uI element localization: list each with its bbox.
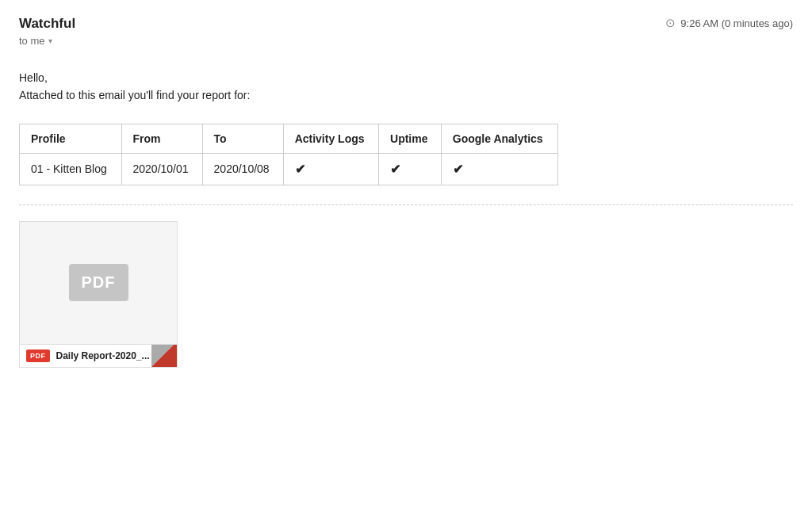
timestamp: 9:26 AM (0 minutes ago): [680, 17, 793, 29]
attachment-preview: PDF: [19, 221, 178, 344]
email-header: Watchful ⊙ 9:26 AM (0 minutes ago): [19, 16, 793, 32]
col-uptime: Uptime: [379, 124, 442, 153]
col-activity-logs: Activity Logs: [283, 124, 378, 153]
greeting: Hello,: [19, 69, 793, 86]
cell-profile: 01 - Kitten Blog: [20, 153, 122, 185]
col-profile: Profile: [20, 124, 122, 153]
attachment-name: Daily Report-2020_...: [56, 350, 150, 361]
section-divider: [19, 204, 793, 205]
col-from: From: [121, 124, 202, 153]
paperclip-icon: ⊙: [665, 16, 676, 30]
cell-uptime: ✔: [379, 153, 442, 185]
report-table: Profile From To Activity Logs Uptime Goo…: [19, 124, 558, 185]
table-header-row: Profile From To Activity Logs Uptime Goo…: [20, 124, 558, 153]
dropdown-icon[interactable]: ▾: [48, 36, 52, 45]
sender-name: Watchful: [19, 16, 75, 32]
cell-activity-logs: ✔: [283, 153, 378, 185]
email-body: Hello, Attached to this email you'll fin…: [19, 69, 793, 105]
to-line: to me ▾: [19, 35, 793, 47]
pdf-badge: PDF: [26, 349, 50, 362]
table-row: 01 - Kitten Blog 2020/10/01 2020/10/08 ✔…: [20, 153, 558, 185]
col-to: To: [202, 124, 283, 153]
cell-from: 2020/10/01: [121, 153, 202, 185]
intro-text: Attached to this email you'll find your …: [19, 86, 793, 104]
cell-to: 2020/10/08: [202, 153, 283, 185]
cell-google-analytics: ✔: [441, 153, 557, 185]
pdf-large-icon: PDF: [69, 264, 128, 301]
attachment-footer[interactable]: PDF Daily Report-2020_...: [19, 344, 178, 368]
attachment-area[interactable]: PDF PDF Daily Report-2020_...: [19, 221, 178, 368]
col-google-analytics: Google Analytics: [441, 124, 557, 153]
timestamp-area: ⊙ 9:26 AM (0 minutes ago): [665, 16, 793, 30]
to-label: to me: [19, 35, 45, 47]
